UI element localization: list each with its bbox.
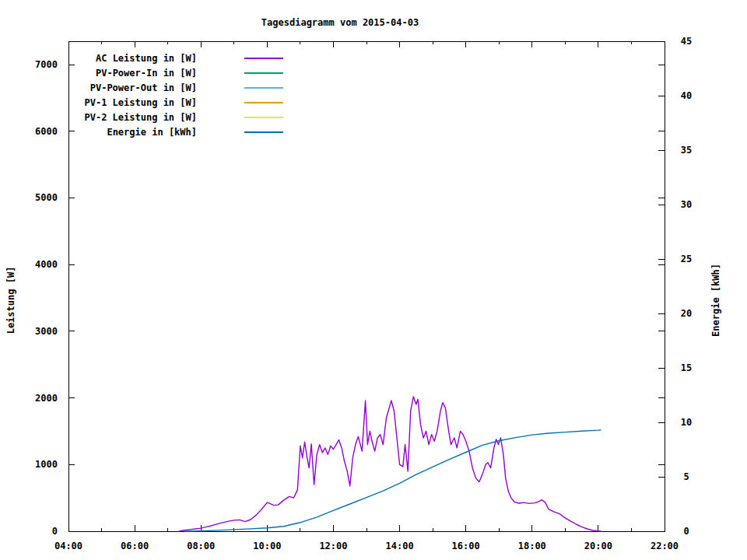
series-line: [179, 397, 601, 531]
y-left-tick-label: 3000: [35, 326, 58, 337]
y-left-tick-label: 5000: [35, 192, 58, 203]
y-right-tick-label: 5: [683, 471, 689, 482]
x-tick-label: 16:00: [452, 541, 480, 551]
y-right-axis-label: Energie [kWh]: [710, 264, 721, 337]
legend-label: PV-Power-Out in [W]: [90, 82, 197, 93]
x-tick-label: 10:00: [253, 541, 281, 551]
y-right-tick-label: 45: [681, 36, 692, 47]
x-tick-label: 14:00: [385, 541, 413, 551]
x-tick-label: 04:00: [54, 541, 82, 551]
legend-label: Energie in [kWh]: [107, 127, 197, 138]
plot-area: 04:0006:0008:0010:0012:0014:0016:0018:00…: [35, 36, 692, 551]
y-left-tick-label: 6000: [35, 126, 58, 137]
legend-label: PV-1 Leistung in [W]: [85, 97, 198, 108]
y-left-tick-label: 1000: [35, 459, 58, 470]
y-right-tick-label: 40: [681, 90, 692, 101]
x-tick-label: 08:00: [187, 541, 215, 551]
x-tick-label: 18:00: [518, 541, 546, 551]
x-tick-label: 22:00: [651, 541, 679, 551]
legend-label: PV-Power-In in [W]: [96, 68, 197, 79]
y-left-tick-label: 4000: [35, 259, 58, 270]
y-right-tick-label: 10: [681, 417, 692, 428]
tagesdiagramm-chart: Tagesdiagramm vom 2015-04-03 Leistung [W…: [0, 0, 747, 560]
x-tick-label: 06:00: [121, 541, 149, 551]
y-right-tick-label: 25: [681, 254, 692, 264]
chart-canvas: Tagesdiagramm vom 2015-04-03 Leistung [W…: [0, 0, 747, 560]
y-right-tick-label: 30: [681, 199, 692, 210]
x-tick-label: 12:00: [319, 541, 347, 551]
y-right-tick-label: 20: [681, 308, 692, 319]
y-right-tick-label: 35: [681, 145, 692, 156]
series-line: [184, 430, 601, 531]
y-left-tick-label: 2000: [35, 393, 58, 404]
chart-title: Tagesdiagramm vom 2015-04-03: [261, 17, 419, 28]
legend-label: PV-2 Leistung in [W]: [85, 112, 198, 123]
y-left-tick-label: 0: [52, 526, 58, 537]
y-right-tick-label: 0: [683, 526, 689, 537]
legend-label: AC Leistung in [W]: [96, 53, 197, 64]
x-tick-label: 20:00: [584, 541, 612, 551]
y-right-tick-label: 15: [681, 362, 692, 373]
y-left-axis-label: Leistung [W]: [5, 267, 16, 334]
y-left-tick-label: 7000: [35, 59, 58, 70]
